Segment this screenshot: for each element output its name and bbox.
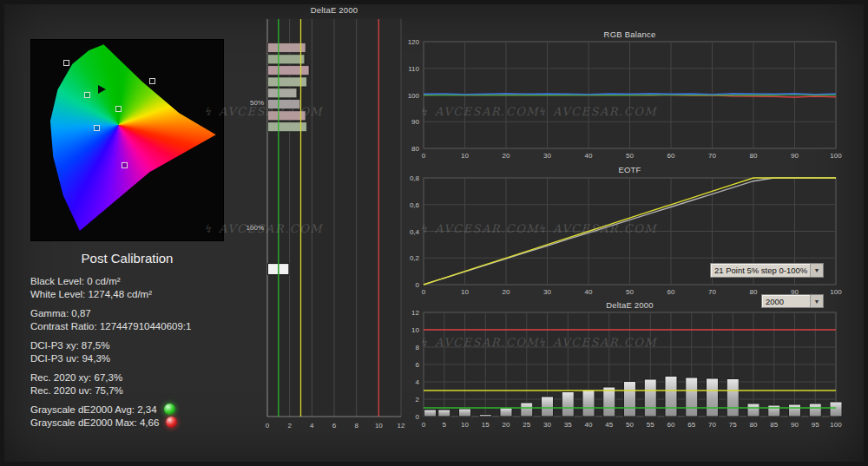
nits-dropdown-value: 2000 <box>766 297 784 306</box>
svg-text:100: 100 <box>830 421 842 429</box>
svg-text:95: 95 <box>812 421 819 429</box>
svg-text:50: 50 <box>626 152 634 160</box>
svg-text:80: 80 <box>750 288 758 296</box>
svg-text:60: 60 <box>667 421 675 429</box>
svg-text:50: 50 <box>626 421 634 429</box>
calibration-report: Post Calibration Black Level: 0 cd/m² Wh… <box>0 0 868 466</box>
svg-text:10: 10 <box>411 326 419 334</box>
svg-text:70: 70 <box>708 152 716 160</box>
svg-text:4: 4 <box>310 422 314 430</box>
svg-text:40: 40 <box>585 288 593 296</box>
svg-text:30: 30 <box>543 421 551 429</box>
svg-text:70: 70 <box>708 288 716 296</box>
svg-text:8: 8 <box>416 344 420 351</box>
svg-text:20: 20 <box>503 152 510 160</box>
stat-contrast-ratio: Contrast Ratio: 127447910440609:1 <box>30 321 191 331</box>
svg-text:35: 35 <box>564 421 572 429</box>
svg-text:0: 0 <box>416 281 420 289</box>
svg-text:0,4: 0,4 <box>410 228 420 236</box>
svg-text:70: 70 <box>708 421 716 429</box>
svg-text:50: 50 <box>626 288 634 296</box>
page-title: Post Calibration <box>30 251 224 266</box>
svg-text:0,6: 0,6 <box>410 201 420 209</box>
svg-text:120: 120 <box>408 38 420 46</box>
calibration-stats: Black Level: 0 cd/m² White Level: 1274,4… <box>30 274 191 435</box>
svg-text:25: 25 <box>523 421 530 429</box>
pass-indicator-dot <box>164 404 175 415</box>
svg-text:10: 10 <box>461 421 469 429</box>
svg-text:40: 40 <box>585 421 593 429</box>
cie-gamut-shape <box>36 43 220 239</box>
svg-text:10: 10 <box>375 422 383 430</box>
cie-point-marker <box>63 60 69 66</box>
svg-text:110: 110 <box>408 65 419 73</box>
cie-diagram <box>30 39 224 241</box>
svg-text:50%: 50% <box>250 99 264 107</box>
chevron-down-icon[interactable]: ▼ <box>810 295 823 307</box>
stat-rec2020-uv: Rec. 2020 uv: 75,7% <box>30 385 123 396</box>
rgb-balance-chart: 01020304050607080901001201101009080 <box>395 38 846 170</box>
cie-point-marker <box>115 106 122 112</box>
svg-text:100: 100 <box>408 92 420 100</box>
svg-text:2: 2 <box>416 396 420 404</box>
svg-text:80: 80 <box>750 421 758 429</box>
stat-black-level: Black Level: 0 cd/m² <box>30 276 121 286</box>
svg-text:0: 0 <box>422 152 426 160</box>
cie-point-marker <box>84 92 90 98</box>
svg-text:60: 60 <box>667 288 675 296</box>
stat-grayscale-avg: Grayscale dE2000 Avg: 2,34 <box>30 404 157 415</box>
svg-text:80: 80 <box>750 152 758 160</box>
svg-text:0: 0 <box>422 288 426 296</box>
nits-dropdown[interactable]: 2000 ▼ <box>761 294 824 308</box>
eotf-chart: 01020304050607080901000,80,60,40,20 <box>395 174 846 302</box>
grayscale-deltae-chart: 02468101250%100% <box>243 16 408 437</box>
stat-dcip3-uv: DCI-P3 uv: 94,3% <box>30 353 110 364</box>
svg-text:55: 55 <box>647 421 654 429</box>
svg-text:85: 85 <box>770 421 778 429</box>
stat-gamma: Gamma: 0,87 <box>30 308 91 318</box>
grayscale-deltae-chart-title: DeltaE 2000 <box>267 5 401 15</box>
svg-text:20: 20 <box>503 421 510 429</box>
svg-text:4: 4 <box>416 378 420 386</box>
svg-text:30: 30 <box>543 152 551 160</box>
svg-text:0: 0 <box>416 413 420 421</box>
svg-text:0: 0 <box>266 422 270 430</box>
svg-text:0: 0 <box>422 421 426 429</box>
cie-arrow-marker <box>98 85 106 94</box>
svg-text:100: 100 <box>830 152 842 160</box>
points-step-dropdown[interactable]: 21 Point 5% step 0-100% ▼ <box>710 263 824 278</box>
svg-text:90: 90 <box>791 152 799 160</box>
svg-text:60: 60 <box>667 152 675 160</box>
svg-text:30: 30 <box>543 288 551 296</box>
stat-white-level: White Level: 1274,48 cd/m² <box>30 289 152 299</box>
svg-text:2: 2 <box>287 422 292 430</box>
svg-text:90: 90 <box>411 118 419 126</box>
fail-indicator-dot <box>166 417 177 428</box>
svg-text:90: 90 <box>791 421 799 429</box>
svg-text:40: 40 <box>585 152 593 160</box>
cie-point-marker <box>122 162 128 168</box>
svg-text:10: 10 <box>461 152 469 160</box>
points-step-dropdown-value: 21 Point 5% step 0-100% <box>714 266 807 275</box>
svg-text:100: 100 <box>830 288 842 296</box>
deltae-bar-chart: 0510152025303540455055606570758085909510… <box>395 308 846 440</box>
svg-text:100%: 100% <box>247 224 264 232</box>
svg-text:20: 20 <box>503 288 510 296</box>
svg-text:12: 12 <box>411 309 419 317</box>
svg-text:6: 6 <box>332 422 337 430</box>
svg-text:45: 45 <box>605 421 613 429</box>
svg-text:10: 10 <box>461 288 469 296</box>
cie-point-marker <box>94 125 100 131</box>
svg-text:15: 15 <box>482 421 490 429</box>
svg-text:6: 6 <box>416 361 420 369</box>
stat-rec2020-xy: Rec. 2020 xy: 67,3% <box>30 372 122 383</box>
stat-grayscale-max: Grayscale dE2000 Max: 4,66 <box>30 417 159 428</box>
chevron-down-icon[interactable]: ▼ <box>810 264 823 277</box>
svg-text:5: 5 <box>443 421 447 429</box>
svg-text:75: 75 <box>729 421 737 429</box>
cie-point-marker <box>149 78 155 84</box>
stat-dcip3-xy: DCI-P3 xy: 87,5% <box>30 340 109 351</box>
svg-text:0,8: 0,8 <box>410 174 420 182</box>
svg-text:65: 65 <box>687 421 695 429</box>
svg-text:80: 80 <box>411 145 419 153</box>
